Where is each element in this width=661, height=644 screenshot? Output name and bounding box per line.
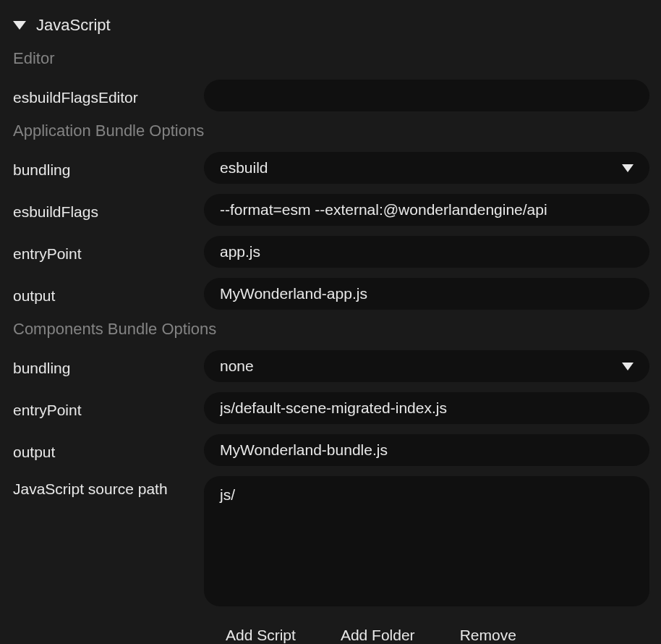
- app-entrypoint-row: entryPoint: [13, 236, 649, 268]
- chevron-down-icon: [622, 363, 634, 370]
- app-esbuild-flags-row: esbuildFlags: [13, 194, 649, 226]
- app-bundling-value: esbuild: [220, 159, 268, 177]
- app-output-input[interactable]: [204, 278, 649, 310]
- button-row: Add Script Add Folder Remove: [13, 627, 649, 644]
- editor-subheader: Editor: [13, 49, 649, 68]
- section-header[interactable]: JavaScript: [13, 16, 649, 35]
- source-path-label: JavaScript source path: [13, 476, 204, 498]
- app-output-label: output: [13, 283, 204, 305]
- app-esbuild-flags-label: esbuildFlags: [13, 199, 204, 221]
- app-output-row: output: [13, 278, 649, 310]
- comp-bundling-label: bundling: [13, 355, 204, 377]
- app-bundling-row: bundling esbuild: [13, 152, 649, 184]
- source-path-textarea[interactable]: [204, 476, 649, 606]
- app-entrypoint-label: entryPoint: [13, 241, 204, 263]
- comp-bundling-value: none: [220, 357, 254, 375]
- app-bundling-dropdown[interactable]: esbuild: [204, 152, 649, 184]
- comp-bundling-dropdown[interactable]: none: [204, 350, 649, 382]
- chevron-down-icon: [13, 21, 26, 30]
- comp-bundling-row: bundling none: [13, 350, 649, 382]
- comp-output-row: output: [13, 434, 649, 466]
- esbuild-flags-editor-input[interactable]: [204, 80, 649, 111]
- section-title: JavaScript: [36, 16, 111, 35]
- components-bundle-subheader: Components Bundle Options: [13, 320, 649, 339]
- add-folder-button[interactable]: Add Folder: [341, 627, 415, 644]
- chevron-down-icon: [622, 164, 634, 172]
- app-bundle-subheader: Application Bundle Options: [13, 122, 649, 140]
- comp-entrypoint-input[interactable]: [204, 392, 649, 424]
- app-esbuild-flags-input[interactable]: [204, 194, 649, 226]
- remove-button[interactable]: Remove: [460, 627, 516, 644]
- app-bundling-label: bundling: [13, 157, 204, 179]
- comp-entrypoint-row: entryPoint: [13, 392, 649, 424]
- esbuild-flags-editor-row: esbuildFlagsEditor: [13, 80, 649, 111]
- comp-output-input[interactable]: [204, 434, 649, 466]
- add-script-button[interactable]: Add Script: [226, 627, 296, 644]
- esbuild-flags-editor-label: esbuildFlagsEditor: [13, 85, 204, 106]
- comp-output-label: output: [13, 439, 204, 461]
- app-entrypoint-input[interactable]: [204, 236, 649, 268]
- comp-entrypoint-label: entryPoint: [13, 397, 204, 419]
- source-path-row: JavaScript source path: [13, 476, 649, 606]
